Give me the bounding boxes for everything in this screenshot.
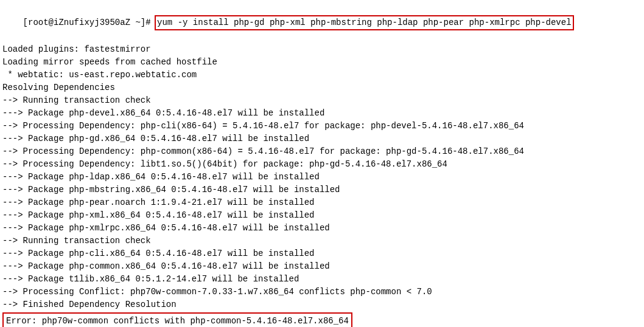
- output-line: ---> Package php-pear.noarch 1:1.9.4-21.…: [2, 196, 642, 209]
- output-line: ---> Package php-common.x86_64 0:5.4.16-…: [2, 260, 642, 273]
- output-line: ---> Package php-mbstring.x86_64 0:5.4.1…: [2, 184, 642, 196]
- output-line: ---> Package php-xmlrpc.x86_64 0:5.4.16-…: [2, 222, 642, 235]
- command-line[interactable]: [root@iZnufixyj3950aZ ~]# yum -y install…: [2, 2, 642, 43]
- output-line: ---> Package t1lib.x86_64 0:5.1.2-14.el7…: [2, 273, 642, 286]
- terminal-output: [root@iZnufixyj3950aZ ~]# yum -y install…: [2, 2, 642, 327]
- output-line: ---> Package php-cli.x86_64 0:5.4.16-48.…: [2, 247, 642, 260]
- output-line: --> Processing Dependency: libt1.so.5()(…: [2, 158, 642, 171]
- output-line: * webtatic: us-east.repo.webtatic.com: [2, 69, 642, 81]
- output-line: --> Running transaction check: [2, 94, 642, 107]
- output-line: ---> Package php-devel.x86_64 0:5.4.16-4…: [2, 107, 642, 120]
- output-line: Resolving Dependencies: [2, 81, 642, 94]
- output-line: Loading mirror speeds from cached hostfi…: [2, 56, 642, 69]
- output-line: --> Running transaction check: [2, 235, 642, 247]
- highlighted-command: yum -y install php-gd php-xml php-mbstri…: [155, 15, 574, 30]
- output-line: ---> Package php-xml.x86_64 0:5.4.16-48.…: [2, 209, 642, 222]
- output-line: --> Finished Dependency Resolution: [2, 298, 642, 311]
- output-line: --> Processing Dependency: php-cli(x86-6…: [2, 120, 642, 133]
- shell-prompt: [root@iZnufixyj3950aZ ~]#: [23, 18, 156, 27]
- output-line: ---> Package php-gd.x86_64 0:5.4.16-48.e…: [2, 133, 642, 145]
- error-line: Error: php70w-common conflicts with php-…: [6, 315, 349, 327]
- output-line: Loaded plugins: fastestmirror: [2, 43, 642, 56]
- output-line: --> Processing Conflict: php70w-common-7…: [2, 286, 642, 298]
- output-line: --> Processing Dependency: php-common(x8…: [2, 145, 642, 158]
- highlighted-error-block: Error: php70w-common conflicts with php-…: [2, 312, 352, 327]
- output-line: ---> Package php-ldap.x86_64 0:5.4.16-48…: [2, 171, 642, 184]
